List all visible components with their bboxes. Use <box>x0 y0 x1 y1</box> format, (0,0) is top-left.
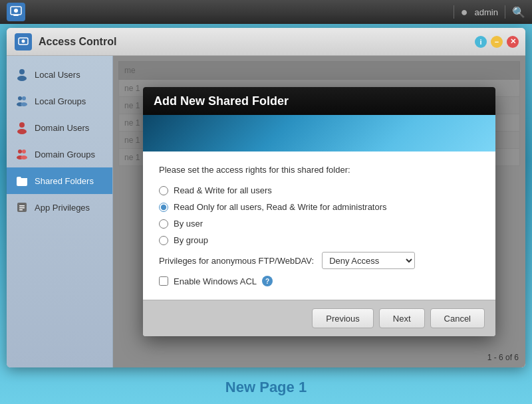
svg-point-5 <box>19 69 25 74</box>
radio-by-group-input[interactable] <box>159 236 168 245</box>
svg-rect-20 <box>19 209 23 211</box>
svg-rect-2 <box>13 15 19 16</box>
radio-by-group-label: By group <box>174 235 208 245</box>
svg-point-8 <box>22 96 26 100</box>
svg-rect-18 <box>19 205 25 207</box>
sidebar-item-domain-groups[interactable]: Domain Groups <box>7 141 112 167</box>
modal-body: Please set the access rights for this sh… <box>143 152 495 300</box>
svg-point-1 <box>14 9 18 13</box>
svg-point-16 <box>21 155 27 159</box>
radio-rw-all-input[interactable] <box>159 186 168 195</box>
svg-point-13 <box>18 150 22 153</box>
sidebar-label-local-users: Local Users <box>35 70 80 80</box>
top-bar: ● admin 🔍 <box>0 0 532 24</box>
svg-point-14 <box>22 150 26 153</box>
close-button[interactable]: ✕ <box>507 36 519 48</box>
sidebar-item-app-privileges[interactable]: App Privileges <box>7 194 112 221</box>
sidebar-label-local-groups: Local Groups <box>35 96 86 106</box>
anon-select[interactable]: Deny Access Read Only Read & Write <box>322 252 415 269</box>
radio-rw-all: Read & Write for all users <box>159 185 479 195</box>
modal-instruction: Please set the access rights for this sh… <box>159 165 479 175</box>
svg-rect-19 <box>19 207 25 209</box>
modal-footer: Previous Next Cancel <box>143 300 495 336</box>
modal-overlay: Add New Shared Folder Please set the acc… <box>113 56 525 367</box>
radio-ro-all: Read Only for all users, Read & Write fo… <box>159 202 479 212</box>
radio-ro-all-input[interactable] <box>159 203 168 212</box>
enable-acl-checkbox[interactable] <box>159 276 168 286</box>
radio-rw-all-label: Read & Write for all users <box>174 185 272 195</box>
modal-dialog: Add New Shared Folder Please set the acc… <box>143 87 495 336</box>
radio-by-user-input[interactable] <box>159 219 168 229</box>
svg-point-10 <box>21 102 27 106</box>
top-bar-app-icon <box>7 3 25 21</box>
previous-button[interactable]: Previous <box>312 308 374 328</box>
anon-row: Privileges for anonymous FTP/WebDAV: Den… <box>159 252 479 269</box>
top-bar-separator <box>454 5 454 19</box>
radio-by-user-label: By user <box>174 219 203 229</box>
sidebar: Local Users Local Groups <box>7 56 113 367</box>
cancel-button[interactable]: Cancel <box>430 308 485 328</box>
svg-point-7 <box>18 96 22 100</box>
top-bar-right: ● admin 🔍 <box>454 5 525 19</box>
app-privileges-icon <box>15 200 29 215</box>
app-titlebar: Access Control i − ✕ <box>7 28 525 56</box>
sidebar-item-domain-users[interactable]: Domain Users <box>7 114 112 141</box>
anon-label: Privileges for anonymous FTP/WebDAV: <box>159 256 314 266</box>
info-button[interactable]: i <box>475 36 487 48</box>
modal-titlebar: Add New Shared Folder <box>143 87 495 115</box>
main-content: me ne 1 ne 1 ne 1 ne 1 ne 1 1 - 6 of 6 A… <box>113 56 525 367</box>
sidebar-label-domain-groups: Domain Groups <box>35 150 95 159</box>
app-body: Local Users Local Groups <box>7 56 525 367</box>
svg-point-12 <box>17 129 27 134</box>
svg-point-4 <box>22 39 25 43</box>
sidebar-label-domain-users: Domain Users <box>35 123 89 133</box>
app-window: Access Control i − ✕ Local Users <box>7 28 525 367</box>
domain-groups-icon <box>15 147 29 161</box>
sidebar-item-shared-folders[interactable]: Shared Folders <box>7 167 112 194</box>
username-label: admin <box>475 7 498 17</box>
radio-ro-all-label: Read Only for all users, Read & Write fo… <box>174 202 387 212</box>
sidebar-label-shared-folders: Shared Folders <box>35 176 94 186</box>
domain-users-icon <box>15 120 29 135</box>
minimize-button[interactable]: − <box>491 36 503 48</box>
help-icon[interactable]: ? <box>262 276 273 286</box>
modal-header-image <box>143 115 495 152</box>
search-icon[interactable]: 🔍 <box>512 6 525 19</box>
sidebar-item-local-groups[interactable]: Local Groups <box>7 88 112 114</box>
top-bar-separator-2 <box>505 5 505 19</box>
user-icon: ● <box>461 5 468 19</box>
local-groups-icon <box>15 94 29 108</box>
next-button[interactable]: Next <box>379 308 425 328</box>
top-bar-left <box>7 3 25 21</box>
app-titlebar-icon <box>15 33 32 50</box>
radio-by-user: By user <box>159 219 479 229</box>
app-title: Access Control <box>39 36 116 48</box>
bottom-text: New Page 1 <box>0 379 532 396</box>
local-users-icon <box>15 67 29 82</box>
checkbox-row: Enable Windows ACL ? <box>159 276 479 286</box>
shared-folders-icon <box>15 173 29 188</box>
svg-point-6 <box>17 76 27 81</box>
radio-by-group: By group <box>159 235 479 245</box>
app-titlebar-controls: i − ✕ <box>475 36 519 48</box>
sidebar-label-app-privileges: App Privileges <box>35 203 90 213</box>
sidebar-item-local-users[interactable]: Local Users <box>7 61 112 88</box>
acl-label: Enable Windows ACL <box>174 276 257 286</box>
modal-title: Add New Shared Folder <box>154 94 289 108</box>
svg-point-11 <box>19 122 25 128</box>
